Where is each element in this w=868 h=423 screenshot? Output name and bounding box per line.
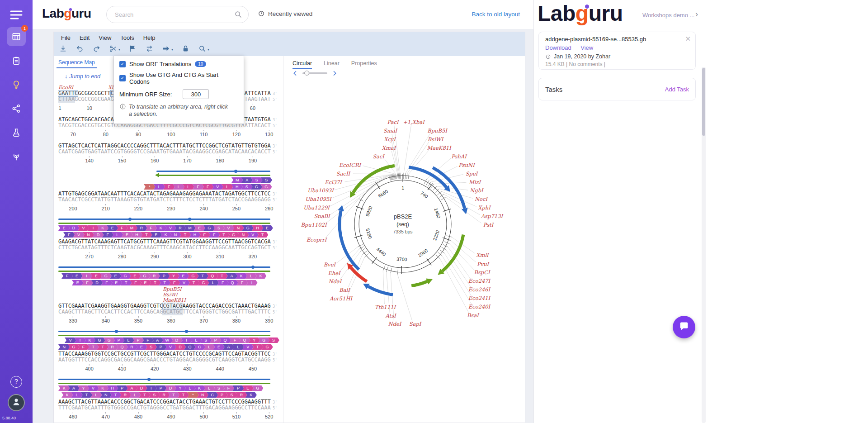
orf-translation-track[interactable]: VTKGGPLPFAWDILSPQFQYGS (58, 337, 271, 343)
avatar[interactable] (8, 394, 25, 411)
enzyme-label[interactable]: SmaI (383, 128, 397, 134)
download-link[interactable]: Download (545, 44, 571, 51)
rotate-right-icon[interactable] (331, 70, 338, 77)
amino-acid[interactable]: K (58, 385, 70, 391)
sidebar-item-nodes[interactable] (7, 99, 26, 118)
enzyme-label[interactable]: BveI (324, 261, 335, 268)
help-button[interactable]: ? (10, 376, 22, 388)
close-icon[interactable]: ✕ (685, 35, 691, 43)
feature-line[interactable] (58, 173, 271, 177)
enzyme-label[interactable]: BsaI (467, 312, 479, 318)
enzyme-label[interactable]: XmaI (382, 145, 396, 151)
feature-line[interactable] (58, 265, 271, 269)
checkbox-show-orf-translations[interactable]: ✓ (119, 61, 126, 67)
enzyme-label[interactable]: PshAI (451, 153, 467, 160)
tab-properties[interactable]: Properties (351, 60, 377, 68)
dna-bottom-strand[interactable]: 3'CTTCTGCAATAGTTTCTCAAGTACGCAAAGTTTCAAGC… (58, 245, 271, 251)
menu-edit[interactable]: Edit (75, 33, 94, 42)
enzyme-label[interactable]: AtsI (385, 313, 396, 319)
amino-acid[interactable]: N (58, 344, 70, 350)
enzyme-label[interactable]: SapI (409, 321, 421, 327)
enzyme-label[interactable]: Eco247I (468, 278, 490, 284)
dna-bottom-strand[interactable]: 3'AATGGTTTCCACCAGGCGACGGCAAGCGAACCCTGTAG… (58, 357, 271, 363)
orf-translation-track[interactable]: MASS (58, 177, 271, 183)
orf-translation-track[interactable]: FEIEGEGEGRPYEGTQTAKLK (58, 273, 271, 279)
feature-line[interactable] (58, 381, 271, 385)
enzyme-label[interactable]: EcoprrI (307, 237, 327, 243)
enzyme-label[interactable]: SpeI (466, 171, 478, 177)
menu-tools[interactable]: Tools (116, 33, 138, 42)
toolbar-button-redo[interactable] (90, 43, 103, 55)
sidebar-item-clipboard[interactable] (7, 51, 26, 70)
amino-acid[interactable]: F (63, 232, 75, 238)
amino-acid[interactable]: V (65, 337, 76, 343)
enzyme-label[interactable]: Uba1229I (303, 204, 330, 211)
dna-bottom-strand[interactable]: 3'TTTCGAATGCAATTTGTGGGCCGACTGTAGGGCCTGAT… (58, 405, 271, 411)
orf-translation-track[interactable]: EDVIKEFMRFKVRMEGSVNGHE (58, 225, 271, 231)
dna-bottom-strand[interactable]: 3'CAAGCTTTAGCTTCCACTTCCACTTCCAGCAGGCATGC… (58, 309, 271, 315)
enzyme-label[interactable]: Tth111I (375, 304, 396, 310)
scrollbar-thumb[interactable] (702, 68, 705, 136)
tab-linear[interactable]: Linear (324, 60, 340, 68)
enzyme-label[interactable]: XmlI (476, 252, 488, 258)
enzyme-label[interactable]: PstI (483, 222, 494, 228)
chat-button[interactable] (673, 316, 695, 338)
enzyme-label[interactable]: NdeI (388, 321, 401, 327)
dna-bottom-strand[interactable]: 3'TAACACTCGCCTATTGTTAAAGTGTGTATGATCTCTTT… (58, 197, 271, 203)
enzyme-label[interactable]: MaeK81I (427, 145, 451, 151)
enzyme-label[interactable]: Bpu1102I (301, 222, 326, 228)
enzyme-label[interactable]: MizI (469, 179, 481, 185)
scrollbar[interactable] (702, 67, 706, 423)
orf-translation-track[interactable]: EFDFETFETTFVTGLFQFI (58, 280, 271, 286)
enzyme-label[interactable]: BpuB5I (427, 128, 447, 134)
zoom-slider-thumb[interactable] (304, 71, 309, 76)
enzyme-label[interactable]: Uba1095I (305, 196, 331, 202)
rotate-left-icon[interactable] (292, 70, 299, 77)
orf-translation-track[interactable]: NGFTTRQRESPVDQCLEALVTG (58, 344, 271, 350)
amino-acid[interactable]: E (58, 225, 70, 231)
amino-acid[interactable]: K (61, 392, 73, 398)
feature-line[interactable] (58, 377, 271, 381)
amino-acid[interactable]: * (144, 184, 156, 190)
enzyme-label[interactable]: XcyI (384, 136, 396, 143)
add-task-link[interactable]: Add Task (665, 86, 689, 93)
feature-line[interactable] (58, 329, 271, 333)
toolbar-button-undo[interactable] (74, 43, 86, 55)
enzyme-label[interactable]: Eco240I (468, 304, 490, 310)
feature-line[interactable] (58, 217, 271, 221)
orf-translation-track[interactable]: KAYVKHPADIPDYLKLSFPEG (58, 385, 271, 391)
enzyme-label[interactable]: SnaBI (314, 213, 330, 219)
enzyme-label[interactable]: Asp713I (481, 213, 503, 219)
enzyme-label[interactable]: BsiWI (428, 136, 443, 143)
enzyme-label[interactable]: NocI (475, 196, 487, 202)
view-link[interactable]: View (580, 44, 593, 51)
enzyme-label[interactable]: BspCI (474, 269, 490, 276)
search-input[interactable] (115, 7, 232, 22)
orf-translation-track[interactable]: KLTLNTRLTSRTT*NCPSRK (58, 392, 271, 398)
labguru-logo[interactable]: Labguru (42, 6, 91, 21)
sidebar-item-plant[interactable] (7, 147, 26, 166)
enzyme-label[interactable]: SacII (336, 171, 350, 177)
enzyme-label[interactable]: Uba1093I (307, 187, 334, 194)
feature-line[interactable] (58, 269, 271, 273)
amino-acid[interactable]: M (231, 177, 243, 183)
toolbar-button-cut[interactable]: ▾ (107, 43, 122, 55)
sidebar-item-grid[interactable]: 1 (7, 27, 26, 46)
toolbar-button-download[interactable] (57, 43, 69, 55)
workspace-name[interactable]: Workshops demo ... (642, 12, 694, 19)
enzyme-label[interactable]: PacI (387, 119, 398, 125)
toolbar-button-lock[interactable] (179, 43, 192, 55)
min-orf-size-input[interactable] (183, 89, 209, 99)
tab-sequence-map[interactable]: Sequence Map (57, 58, 97, 68)
recently-viewed[interactable]: Recently viewed (258, 10, 312, 17)
orf-translation-track[interactable]: *LFLLFFVLHSGG (58, 184, 271, 190)
plasmid-map[interactable]: 174014802220296037004440518059206660 Pac… (285, 68, 526, 357)
menu-help[interactable]: Help (139, 33, 160, 42)
toolbar-button-annotate[interactable] (127, 43, 139, 55)
sidebar-item-bulb[interactable] (7, 75, 26, 94)
checkbox-gtg-ctg-start-codons[interactable]: ✓ (119, 75, 126, 81)
feature-line[interactable] (58, 333, 271, 337)
amino-acid[interactable]: E (72, 280, 83, 285)
enzyme-label[interactable]: XphI (478, 204, 491, 211)
menu-icon[interactable] (9, 9, 24, 21)
